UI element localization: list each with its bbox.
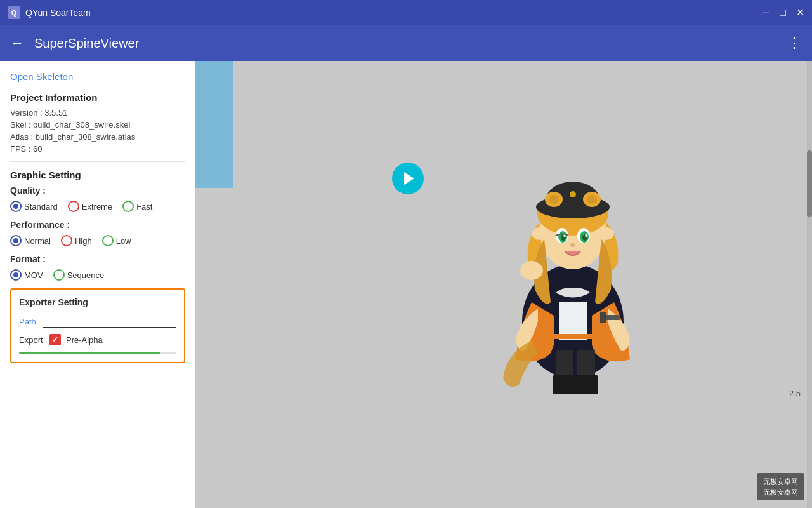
open-skeleton-link[interactable]: Open Skeleton <box>10 71 185 82</box>
divider-1 <box>10 161 185 162</box>
format-mov-option[interactable]: MOV <box>10 269 43 281</box>
main-layout: Open Skeleton Project Information Versio… <box>0 61 812 508</box>
performance-high-radio[interactable] <box>61 235 72 246</box>
performance-low-option[interactable]: Low <box>102 235 131 246</box>
app-bar: ← SuperSpineViewer ⋮ <box>0 25 812 61</box>
skel-info: Skel : build_char_308_swire.skel <box>10 120 185 130</box>
performance-high-option[interactable]: High <box>61 235 92 246</box>
character-container <box>462 124 684 400</box>
performance-high-label: High <box>75 236 92 246</box>
quality-standard-label: Standard <box>24 202 58 211</box>
close-button[interactable]: ✕ <box>796 8 804 18</box>
play-button[interactable] <box>392 163 424 194</box>
title-bar-left: Q QYun SoarTeam <box>8 6 91 19</box>
svg-point-22 <box>549 195 559 204</box>
performance-low-label: Low <box>116 236 131 246</box>
more-menu-button[interactable]: ⋮ <box>787 35 802 51</box>
title-bar: Q QYun SoarTeam ─ □ ✕ <box>0 0 812 25</box>
export-label: Export <box>19 335 44 345</box>
svg-rect-28 <box>574 375 598 394</box>
main-content-area: 2.5 无极安卓网 无极安卓网 <box>195 61 812 508</box>
sidebar: Open Skeleton Project Information Versio… <box>0 61 195 508</box>
scale-indicator: 2.5 <box>789 389 801 398</box>
fps-info: FPS : 60 <box>10 144 185 154</box>
svg-point-23 <box>587 195 597 204</box>
quality-extreme-option[interactable]: Extreme <box>68 201 112 212</box>
svg-point-16 <box>585 234 587 237</box>
app-icon: Q <box>8 6 20 19</box>
character-svg <box>462 124 684 398</box>
main-scrollbar[interactable] <box>807 61 812 508</box>
pre-alpha-checkbox[interactable] <box>49 334 61 345</box>
spine-panel <box>195 61 233 188</box>
quality-standard-radio[interactable] <box>10 201 22 212</box>
maximize-button[interactable]: □ <box>780 8 786 18</box>
svg-point-8 <box>570 191 576 197</box>
format-radio-group: MOV Sequence <box>10 269 185 281</box>
svg-point-19 <box>599 227 614 240</box>
progress-bar-container <box>19 352 176 354</box>
back-button[interactable]: ← <box>10 35 24 51</box>
quality-fast-label: Fast <box>136 202 152 211</box>
performance-label: Performance : <box>10 220 185 230</box>
watermark-line2: 无极安卓网 <box>763 487 798 498</box>
atlas-info: Atlas : build_char_308_swire.atlas <box>10 132 185 142</box>
path-row: Path <box>19 315 176 328</box>
svg-point-17 <box>570 243 575 247</box>
format-sequence-label: Sequence <box>67 271 105 280</box>
window-controls: ─ □ ✕ <box>763 8 804 18</box>
watermark: 无极安卓网 无极安卓网 <box>757 473 804 500</box>
format-mov-radio[interactable] <box>10 269 22 281</box>
quality-standard-option[interactable]: Standard <box>10 201 58 212</box>
pre-alpha-label: Pre-Alpha <box>66 335 103 345</box>
performance-normal-label: Normal <box>24 236 51 246</box>
quality-fast-option[interactable]: Fast <box>122 201 152 212</box>
svg-rect-27 <box>553 375 577 394</box>
performance-radio-group: Normal High Low <box>10 235 185 246</box>
performance-low-radio[interactable] <box>102 235 114 246</box>
format-sequence-option[interactable]: Sequence <box>53 269 105 281</box>
app-bar-left: ← SuperSpineViewer <box>10 35 139 51</box>
path-label: Path <box>19 317 38 326</box>
progress-bar-fill <box>19 352 160 354</box>
app-title: SuperSpineViewer <box>34 36 139 51</box>
performance-normal-option[interactable]: Normal <box>10 235 51 246</box>
format-label: Format : <box>10 254 185 264</box>
svg-rect-30 <box>600 312 606 323</box>
svg-point-24 <box>520 261 543 280</box>
graphic-setting-title: Graphic Setting <box>10 170 185 180</box>
minimize-button[interactable]: ─ <box>763 8 769 18</box>
app-name: QYun SoarTeam <box>25 8 91 18</box>
performance-normal-radio[interactable] <box>10 235 22 246</box>
quality-extreme-radio[interactable] <box>68 201 79 212</box>
path-input[interactable] <box>43 315 176 328</box>
quality-label: Quality : <box>10 185 185 196</box>
svg-rect-3 <box>551 334 595 339</box>
exporter-setting-box: Exporter Setting Path Export Pre-Alpha <box>10 288 185 363</box>
main-scroll-thumb[interactable] <box>807 150 812 218</box>
format-sequence-radio[interactable] <box>53 269 65 281</box>
export-row: Export Pre-Alpha <box>19 334 176 345</box>
project-info-title: Project Information <box>10 92 185 103</box>
play-icon <box>404 172 414 185</box>
quality-fast-radio[interactable] <box>122 201 134 212</box>
svg-point-18 <box>532 227 547 240</box>
format-mov-label: MOV <box>24 271 43 280</box>
quality-radio-group: Standard Extreme Fast <box>10 201 185 212</box>
version-info: Version : 3.5.51 <box>10 108 185 117</box>
watermark-line1: 无极安卓网 <box>763 476 798 487</box>
quality-extreme-label: Extreme <box>82 202 112 211</box>
exporter-setting-title: Exporter Setting <box>19 297 176 307</box>
